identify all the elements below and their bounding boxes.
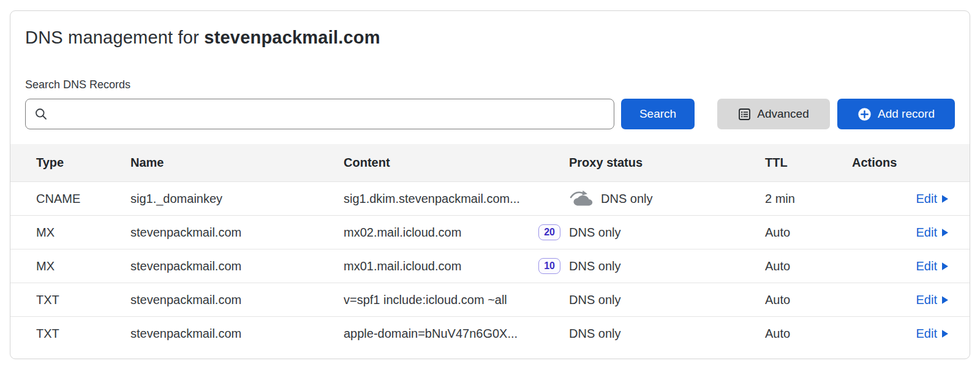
actions-cell: Edit — [916, 293, 970, 307]
record-content-cell: v=spf1 include:icloud.com ~all — [344, 293, 569, 307]
search-box — [25, 99, 614, 129]
edit-link-label: Edit — [916, 226, 937, 240]
record-ttl: Auto — [765, 327, 852, 341]
record-ttl: Auto — [765, 293, 852, 307]
record-content: mx02.mail.icloud.com — [344, 226, 461, 240]
table-header-row: Type Name Content Proxy status TTL Actio… — [10, 144, 970, 181]
record-type: TXT — [36, 327, 130, 341]
table-row: MX stevenpackmail.com mx02.mail.icloud.c… — [10, 215, 970, 249]
actions-cell: Edit — [916, 259, 970, 273]
advanced-button[interactable]: Advanced — [717, 99, 830, 129]
proxy-status-cell: DNS only — [569, 189, 765, 208]
column-header-ttl: TTL — [765, 156, 852, 170]
dns-management-card: DNS management for stevenpackmail.com Se… — [10, 10, 970, 359]
record-content-cell: apple-domain=bNuV47n6G0X... — [344, 327, 569, 341]
advanced-button-label: Advanced — [757, 107, 809, 121]
page-title-domain: stevenpackmail.com — [204, 28, 380, 47]
proxy-status-cell: DNS only — [569, 293, 765, 307]
proxy-status-label: DNS only — [569, 327, 620, 341]
search-icon — [34, 107, 48, 121]
record-type: CNAME — [36, 192, 130, 206]
proxy-status-cell: DNS only — [569, 259, 765, 273]
edit-link-label: Edit — [916, 192, 937, 206]
actions-cell: Edit — [916, 226, 970, 240]
search-input[interactable] — [54, 99, 605, 129]
record-content: sig1.dkim.stevenpackmail.com... — [344, 192, 520, 206]
record-content-cell: mx01.mail.icloud.com 10 — [344, 258, 569, 273]
table-row: MX stevenpackmail.com mx01.mail.icloud.c… — [10, 249, 970, 283]
edit-arrow-icon — [941, 329, 949, 338]
record-ttl: Auto — [765, 226, 852, 240]
list-box-icon — [738, 108, 751, 121]
record-name: stevenpackmail.com — [130, 226, 344, 240]
column-header-proxy-status: Proxy status — [569, 156, 765, 170]
edit-link-label: Edit — [916, 327, 937, 341]
actions-cell: Edit — [916, 192, 970, 206]
edit-arrow-icon — [941, 295, 949, 305]
column-header-type: Type — [36, 156, 130, 170]
column-header-name: Name — [130, 156, 344, 170]
record-type: MX — [36, 226, 130, 240]
actions-cell: Edit — [916, 327, 970, 341]
add-record-button[interactable]: Add record — [837, 99, 955, 129]
search-button[interactable]: Search — [621, 99, 695, 129]
column-header-actions: Actions — [852, 156, 970, 170]
edit-link[interactable]: Edit — [916, 293, 949, 307]
record-type: MX — [36, 259, 130, 273]
record-content-cell: mx02.mail.icloud.com 20 — [344, 224, 569, 240]
priority-badge: 20 — [538, 224, 560, 240]
search-label: Search DNS Records — [25, 78, 955, 91]
table-row: CNAME sig1._domainkey sig1.dkim.stevenpa… — [10, 181, 970, 215]
edit-arrow-icon — [941, 228, 949, 237]
dns-table-body: CNAME sig1._domainkey sig1.dkim.stevenpa… — [10, 181, 970, 350]
record-content: apple-domain=bNuV47n6G0X... — [344, 327, 518, 341]
proxy-status-label: DNS only — [601, 192, 652, 206]
edit-link-label: Edit — [916, 293, 937, 307]
record-content-cell: sig1.dkim.stevenpackmail.com... — [344, 192, 569, 206]
proxy-status-cell: DNS only — [569, 226, 765, 240]
add-record-button-label: Add record — [878, 107, 935, 121]
priority-badge: 10 — [538, 258, 560, 273]
record-name: stevenpackmail.com — [130, 327, 344, 341]
search-row: Search Advanced A — [25, 99, 955, 129]
edit-arrow-icon — [941, 194, 949, 204]
proxy-status-label: DNS only — [569, 226, 620, 240]
page-title: DNS management for stevenpackmail.com — [25, 28, 955, 48]
record-ttl: Auto — [765, 259, 852, 273]
proxy-status-cell: DNS only — [569, 327, 765, 341]
edit-link[interactable]: Edit — [916, 327, 949, 341]
edit-link[interactable]: Edit — [916, 226, 949, 240]
column-header-content: Content — [344, 156, 569, 170]
record-type: TXT — [36, 293, 130, 307]
edit-link[interactable]: Edit — [916, 259, 949, 273]
record-ttl: 2 min — [765, 192, 852, 206]
record-content: mx01.mail.icloud.com — [344, 259, 461, 273]
plus-circle-icon — [858, 107, 872, 121]
edit-link-label: Edit — [916, 259, 937, 273]
edit-arrow-icon — [941, 262, 949, 271]
dns-only-cloud-icon — [569, 189, 594, 208]
table-row: TXT stevenpackmail.com apple-domain=bNuV… — [10, 316, 970, 350]
record-name: stevenpackmail.com — [130, 259, 344, 273]
record-name: stevenpackmail.com — [130, 293, 344, 307]
proxy-status-label: DNS only — [569, 293, 620, 307]
record-name: sig1._domainkey — [130, 192, 344, 206]
proxy-status-label: DNS only — [569, 259, 620, 273]
table-row: TXT stevenpackmail.com v=spf1 include:ic… — [10, 283, 970, 316]
dns-records-table: Type Name Content Proxy status TTL Actio… — [10, 144, 970, 350]
record-content: v=spf1 include:icloud.com ~all — [344, 293, 507, 307]
page-title-prefix: DNS management for — [25, 28, 204, 47]
edit-link[interactable]: Edit — [916, 192, 949, 206]
